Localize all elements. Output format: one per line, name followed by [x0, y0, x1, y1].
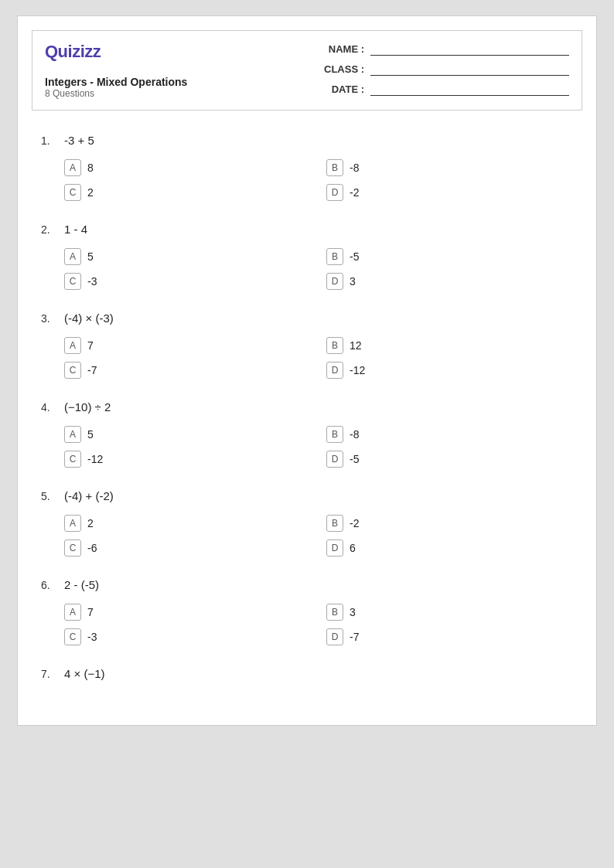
- options-grid: A2B-2C-6D6: [41, 515, 573, 557]
- option[interactable]: D-2: [326, 184, 573, 201]
- question-header: 1.-3 + 5: [41, 134, 573, 147]
- option[interactable]: C2: [64, 184, 311, 201]
- option-letter: D: [326, 184, 343, 201]
- option[interactable]: A7: [64, 604, 311, 621]
- question-text: 2 - (-5): [64, 578, 99, 591]
- options-grid: A7B3C-3D-7: [41, 604, 573, 645]
- option[interactable]: A2: [64, 515, 311, 532]
- header: Quizizz Integers - Mixed Operations 8 Qu…: [32, 30, 582, 111]
- option-letter: A: [64, 159, 81, 176]
- question-header: 3.(-4) × (-3): [41, 311, 573, 325]
- option-letter: C: [64, 451, 81, 468]
- option[interactable]: B-2: [326, 515, 573, 532]
- option-value: -8: [350, 162, 359, 174]
- option-value: -12: [350, 364, 365, 376]
- option-value: -6: [87, 542, 97, 554]
- option-value: -2: [350, 186, 359, 199]
- option[interactable]: B-5: [326, 248, 573, 265]
- options-grid: A8B-8C2D-2: [41, 159, 573, 201]
- option-letter: D: [326, 451, 343, 468]
- option-value: -8: [350, 428, 359, 441]
- question-number: 2.: [41, 223, 56, 236]
- option-letter: A: [64, 515, 81, 532]
- option[interactable]: C-3: [64, 628, 311, 645]
- option-value: 3: [350, 275, 356, 288]
- option[interactable]: A8: [64, 159, 311, 176]
- option-value: -5: [350, 250, 359, 263]
- question-header: 4.(−10) ÷ 2: [41, 400, 573, 414]
- question-block: 6.2 - (-5)A7B3C-3D-7: [41, 578, 573, 645]
- option[interactable]: D-12: [326, 362, 573, 379]
- logo: Quizizz: [45, 42, 187, 62]
- option[interactable]: C-7: [64, 362, 311, 379]
- question-block: 5.(-4) + (-2)A2B-2C-6D6: [41, 489, 573, 557]
- option-value: -7: [87, 364, 97, 376]
- option-value: -7: [350, 631, 359, 643]
- options-grid: A5B-8C-12D-5: [41, 426, 573, 468]
- option[interactable]: C-6: [64, 540, 311, 557]
- option-value: 8: [87, 162, 94, 174]
- option-value: -5: [350, 453, 359, 465]
- question-text: (-4) × (-3): [64, 311, 114, 325]
- question-text: (−10) ÷ 2: [64, 400, 111, 414]
- question-number: 4.: [41, 401, 56, 414]
- logo-text: Quizizz: [45, 42, 101, 61]
- option-value: 2: [87, 517, 94, 529]
- class-row: CLASS :: [322, 62, 569, 76]
- option[interactable]: A5: [64, 248, 311, 265]
- option-letter: A: [64, 337, 81, 354]
- option[interactable]: A5: [64, 426, 311, 443]
- question-block: 2.1 - 4A5B-5C-3D3: [41, 223, 573, 290]
- option-letter: D: [326, 273, 343, 290]
- option-letter: B: [326, 337, 343, 354]
- class-label: CLASS :: [322, 63, 364, 75]
- question-block: 1.-3 + 5A8B-8C2D-2: [41, 134, 573, 201]
- question-number: 1.: [41, 134, 56, 147]
- option-value: 3: [350, 606, 356, 618]
- option-letter: C: [64, 273, 81, 290]
- option[interactable]: D6: [326, 540, 573, 557]
- option-value: 2: [87, 186, 94, 199]
- option[interactable]: B12: [326, 337, 573, 354]
- option[interactable]: D-5: [326, 451, 573, 468]
- question-header: 5.(-4) + (-2): [41, 489, 573, 502]
- option-letter: C: [64, 628, 81, 645]
- option[interactable]: C-3: [64, 273, 311, 290]
- question-header: 2.1 - 4: [41, 223, 573, 236]
- option-value: 7: [87, 339, 94, 352]
- question-number: 6.: [41, 579, 56, 591]
- option[interactable]: D-7: [326, 628, 573, 645]
- content: 1.-3 + 5A8B-8C2D-22.1 - 4A5B-5C-3D33.(-4…: [18, 111, 596, 725]
- question-number: 3.: [41, 312, 56, 325]
- option[interactable]: B-8: [326, 426, 573, 443]
- option-value: -2: [350, 517, 359, 529]
- name-input[interactable]: [370, 42, 569, 56]
- question-header: 6.2 - (-5): [41, 578, 573, 591]
- page: Quizizz Integers - Mixed Operations 8 Qu…: [17, 15, 597, 726]
- option-value: -3: [87, 631, 97, 643]
- option[interactable]: D3: [326, 273, 573, 290]
- date-row: DATE :: [322, 82, 569, 96]
- option[interactable]: B-8: [326, 159, 573, 176]
- question-text: 1 - 4: [64, 223, 87, 236]
- date-label: DATE :: [322, 83, 364, 95]
- option[interactable]: A7: [64, 337, 311, 354]
- option[interactable]: B3: [326, 604, 573, 621]
- option-letter: D: [326, 540, 343, 557]
- header-right: NAME : CLASS : DATE :: [322, 42, 569, 96]
- option-letter: B: [326, 248, 343, 265]
- option-value: 6: [350, 542, 356, 554]
- class-input[interactable]: [370, 62, 569, 76]
- option-value: -3: [87, 275, 97, 288]
- option-value: 12: [350, 339, 362, 352]
- option-value: 5: [87, 250, 94, 263]
- options-grid: A7B12C-7D-12: [41, 337, 573, 379]
- question-number: 7.: [41, 668, 56, 680]
- question-text: 4 × (−1): [64, 667, 105, 680]
- option[interactable]: C-12: [64, 451, 311, 468]
- question-number: 5.: [41, 490, 56, 502]
- option-letter: B: [326, 426, 343, 443]
- option-letter: A: [64, 248, 81, 265]
- date-input[interactable]: [370, 82, 569, 96]
- question-text: (-4) + (-2): [64, 489, 114, 502]
